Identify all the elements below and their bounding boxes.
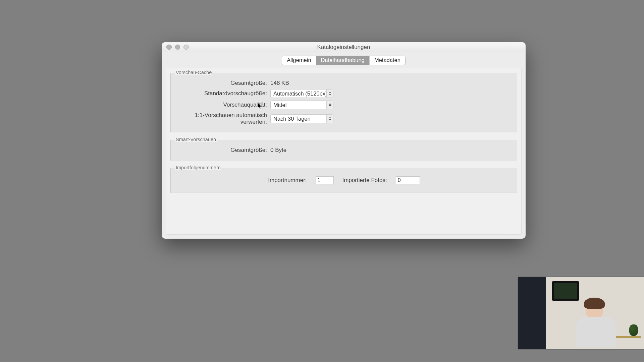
- group-import-numbers: Importfolgenummern Importnummer: Importi…: [170, 168, 517, 193]
- stepper-icon: [326, 115, 333, 123]
- select-std-preview-size-value: Automatisch (5120px): [273, 90, 327, 97]
- tab-dateihandhabung[interactable]: Dateihandhabung: [316, 56, 370, 65]
- chevron-up-icon: [329, 92, 331, 93]
- chevron-down-icon: [329, 105, 331, 107]
- tab-metadaten[interactable]: Metadaten: [370, 56, 405, 65]
- titlebar: Katalogeinstellungen: [162, 42, 526, 52]
- row-total-size: Gesamtgröße: 148 KB: [171, 78, 517, 88]
- label-smart-total-size: Gesamtgröße:: [176, 147, 270, 154]
- webcam-pip: [518, 277, 644, 349]
- tab-allgemein[interactable]: Allgemein: [282, 56, 316, 65]
- stepper-icon: [326, 101, 333, 109]
- select-std-preview-size[interactable]: Automatisch (5120px): [270, 89, 333, 98]
- label-preview-quality: Vorschauqualität:: [176, 102, 270, 108]
- chevron-down-icon: [329, 94, 331, 95]
- label-import-number: Importnummer:: [268, 177, 307, 184]
- group-label-import-numbers: Importfolgenummern: [175, 165, 221, 170]
- input-import-number[interactable]: [316, 176, 334, 184]
- row-quality: Vorschauqualität: Mittel: [171, 99, 517, 111]
- traffic-lights: [162, 45, 189, 50]
- tab-group: Allgemein Dateihandhabung Metadaten: [282, 56, 406, 65]
- row-smart-total-size: Gesamtgröße: 0 Byte: [171, 145, 517, 155]
- chevron-up-icon: [329, 103, 331, 105]
- value-smart-total-size: 0 Byte: [270, 147, 286, 154]
- select-discard-11-value: Nach 30 Tagen: [273, 116, 311, 122]
- zoom-icon[interactable]: [183, 45, 189, 50]
- input-imported-photos[interactable]: [396, 176, 420, 184]
- content-panel: Vorschau-Cache Gesamtgröße: 148 KB Stand…: [166, 68, 522, 235]
- group-smart-previews: Smart-Vorschauen Gesamtgröße: 0 Byte: [170, 140, 517, 161]
- chevron-down-icon: [329, 119, 331, 120]
- label-discard-11: 1:1-Vorschauen automatisch verwerfen:: [176, 112, 270, 125]
- row-std-size: Standardvorschaugröße: Automatisch (5120…: [171, 88, 517, 99]
- value-total-size: 148 KB: [270, 80, 289, 86]
- label-total-size: Gesamtgröße:: [176, 80, 270, 86]
- group-label-smart-previews: Smart-Vorschauen: [175, 137, 217, 142]
- close-icon[interactable]: [166, 45, 172, 50]
- group-preview-cache: Vorschau-Cache Gesamtgröße: 148 KB Stand…: [170, 73, 517, 132]
- minimize-icon[interactable]: [175, 45, 180, 50]
- stepper-icon: [326, 89, 333, 98]
- group-label-preview-cache: Vorschau-Cache: [175, 70, 212, 75]
- select-preview-quality-value: Mittel: [273, 102, 286, 108]
- tab-row: Allgemein Dateihandhabung Metadaten: [162, 52, 526, 68]
- chevron-up-icon: [329, 117, 331, 118]
- catalog-settings-window: Katalogeinstellungen Allgemein Dateihand…: [162, 42, 526, 239]
- row-import-numbers: Importnummer: Importierte Fotos:: [171, 174, 517, 187]
- window-title: Katalogeinstellungen: [162, 44, 526, 51]
- label-imported-photos: Importierte Fotos:: [342, 177, 387, 184]
- label-std-preview-size: Standardvorschaugröße:: [176, 90, 270, 97]
- select-preview-quality[interactable]: Mittel: [270, 101, 333, 109]
- select-discard-11[interactable]: Nach 30 Tagen: [270, 114, 333, 123]
- row-discard: 1:1-Vorschauen automatisch verwerfen: Na…: [171, 111, 517, 127]
